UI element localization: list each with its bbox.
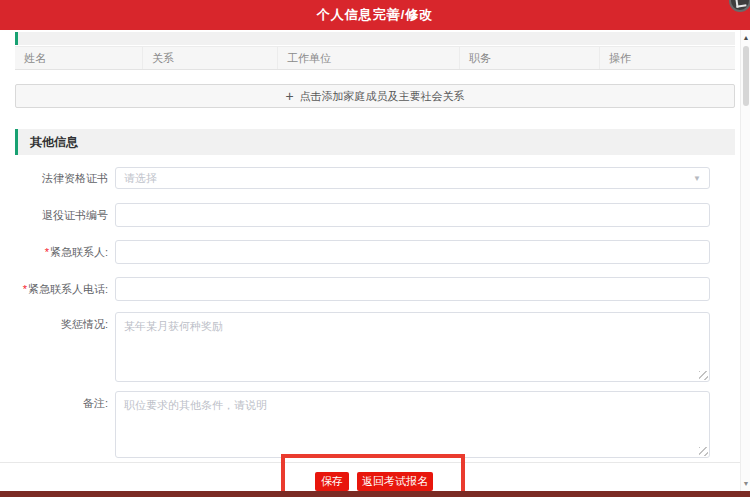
header-bar: 个人信息完善/修改 (0, 0, 750, 30)
vertical-scrollbar[interactable]: ▲ ▼ (740, 30, 750, 497)
veteran-cert-row: 退役证书编号 (0, 203, 740, 227)
required-asterisk: * (45, 246, 49, 258)
legal-cert-row: 法律资格证书 请选择 ▼ (0, 167, 740, 189)
bottom-bar (0, 491, 750, 497)
column-header-position: 职务 (460, 47, 600, 69)
column-header-relation: 关系 (143, 47, 278, 69)
personal-info-form-window: 个人信息完善/修改 ▲ ▼ 姓名 关系 工作单位 职务 操作 + 点击添加家庭成… (0, 0, 750, 497)
rewards-row: 奖惩情况: (0, 312, 740, 382)
save-button[interactable]: 保存 (315, 472, 349, 491)
emergency-phone-row: *紧急联系人电话: (0, 277, 740, 301)
family-table-header: 姓名 关系 工作单位 职务 操作 (15, 46, 735, 70)
page-title: 个人信息完善/修改 (0, 0, 750, 30)
scroll-up-icon[interactable]: ▲ (741, 33, 750, 43)
column-header-name: 姓名 (15, 47, 143, 69)
remarks-label: 备注: (0, 396, 108, 410)
scroll-down-icon[interactable]: ▼ (741, 479, 750, 489)
emergency-contact-input[interactable] (115, 240, 710, 264)
rewards-textarea[interactable] (115, 312, 710, 382)
add-family-member-label: 点击添加家庭成员及主要社会关系 (300, 89, 465, 104)
scrollbar-thumb[interactable] (743, 46, 749, 106)
remarks-row: 备注: (0, 391, 740, 458)
add-family-member-button[interactable]: + 点击添加家庭成员及主要社会关系 (15, 84, 735, 108)
legal-cert-select[interactable]: 请选择 ▼ (115, 167, 710, 189)
legal-cert-selected-value: 请选择 (116, 168, 709, 188)
column-header-workunit: 工作单位 (278, 47, 460, 69)
plus-icon: + (285, 89, 293, 103)
other-info-section-header: 其他信息 (15, 129, 735, 155)
emergency-phone-input[interactable] (115, 277, 710, 301)
family-section-header-partial (15, 32, 735, 45)
legal-cert-label: 法律资格证书 (0, 167, 108, 189)
emergency-contact-label: *紧急联系人: (0, 240, 108, 264)
return-to-registration-button[interactable]: 返回考试报名 (357, 472, 433, 491)
other-info-title: 其他信息 (18, 129, 735, 155)
required-asterisk: * (23, 283, 27, 295)
veteran-cert-input[interactable] (115, 203, 710, 227)
resize-handle-icon[interactable] (699, 447, 708, 456)
remarks-textarea[interactable] (115, 391, 710, 458)
column-header-actions: 操作 (600, 47, 735, 69)
rewards-label: 奖惩情况: (0, 317, 108, 331)
veteran-cert-label: 退役证书编号 (0, 203, 108, 227)
emergency-contact-row: *紧急联系人: (0, 240, 740, 264)
resize-handle-icon[interactable] (699, 371, 708, 380)
chevron-down-icon: ▼ (693, 175, 701, 183)
emergency-phone-label: *紧急联系人电话: (0, 277, 108, 301)
